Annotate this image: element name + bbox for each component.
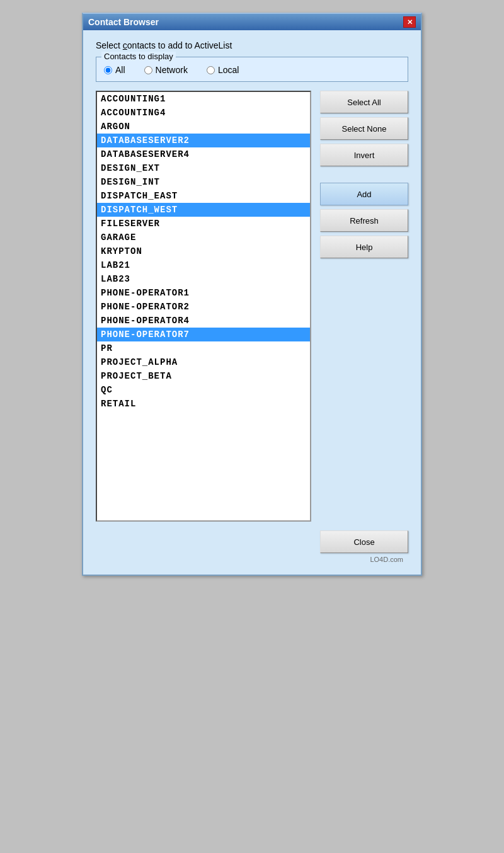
list-item[interactable]: PHONE-OPERATOR1: [97, 286, 310, 300]
window-title: Contact Browser: [88, 17, 159, 27]
radio-all-label: All: [115, 65, 125, 75]
contact-browser-window: Contact Browser ✕ Select contacts to add…: [82, 13, 422, 576]
list-item[interactable]: PROJECT_BETA: [97, 369, 310, 383]
main-area: ACCOUNTING1ACCOUNTING4ARGONDATABASESERVE…: [96, 91, 408, 522]
list-item[interactable]: LAB23: [97, 272, 310, 286]
group-label: Contacts to display: [101, 52, 176, 61]
list-item[interactable]: DESIGN_INT: [97, 175, 310, 189]
radio-local[interactable]: Local: [207, 65, 239, 75]
radio-network[interactable]: Network: [144, 65, 188, 75]
list-item[interactable]: PROJECT_ALPHA: [97, 355, 310, 369]
window-close-button[interactable]: ✕: [403, 16, 416, 28]
select-none-button[interactable]: Select None: [320, 117, 408, 140]
instruction-text: Select contacts to add to ActiveList: [96, 40, 408, 50]
list-item[interactable]: PHONE-OPERATOR7: [97, 328, 310, 341]
list-item[interactable]: DISPATCH_WEST: [97, 203, 310, 217]
contacts-list-container: ACCOUNTING1ACCOUNTING4ARGONDATABASESERVE…: [96, 91, 311, 522]
radio-group: All Network Local: [104, 65, 400, 75]
close-button[interactable]: Close: [320, 530, 408, 553]
list-item[interactable]: QC: [97, 383, 310, 397]
list-item[interactable]: RETAIL: [97, 397, 310, 411]
list-item[interactable]: PR: [97, 341, 310, 355]
list-item[interactable]: ACCOUNTING4: [97, 106, 310, 120]
list-item[interactable]: LAB21: [97, 258, 310, 272]
list-item[interactable]: ARGON: [97, 120, 310, 134]
radio-local-input[interactable]: [207, 66, 215, 74]
radio-all-input[interactable]: [104, 66, 112, 74]
title-bar: Contact Browser ✕: [83, 14, 421, 30]
list-item[interactable]: GARAGE: [97, 231, 310, 244]
list-item[interactable]: DATABASESERVER4: [97, 147, 310, 161]
list-item[interactable]: PHONE-OPERATOR2: [97, 300, 310, 314]
watermark: LO4D.com: [96, 553, 408, 564]
select-all-button[interactable]: Select All: [320, 91, 408, 113]
help-button[interactable]: Help: [320, 236, 408, 258]
radio-network-label: Network: [156, 65, 188, 75]
radio-all[interactable]: All: [104, 65, 125, 75]
list-item[interactable]: DATABASESERVER2: [97, 134, 310, 147]
list-item[interactable]: DISPATCH_EAST: [97, 189, 310, 203]
list-item[interactable]: KRYPTON: [97, 244, 310, 258]
refresh-button[interactable]: Refresh: [320, 209, 408, 232]
list-item[interactable]: FILESERVER: [97, 217, 310, 231]
bottom-area: Close: [96, 530, 408, 553]
radio-local-label: Local: [218, 65, 239, 75]
contacts-display-group: Contacts to display All Network Local: [96, 57, 408, 82]
add-button[interactable]: Add: [320, 183, 408, 205]
window-body: Select contacts to add to ActiveList Con…: [83, 30, 421, 575]
list-item[interactable]: PHONE-OPERATOR4: [97, 314, 310, 328]
radio-network-input[interactable]: [144, 66, 152, 74]
list-item[interactable]: ACCOUNTING1: [97, 92, 310, 106]
contacts-list-scroll[interactable]: ACCOUNTING1ACCOUNTING4ARGONDATABASESERVE…: [97, 92, 310, 520]
buttons-column: Select All Select None Invert Add Refres…: [320, 91, 408, 522]
list-item[interactable]: DESIGN_EXT: [97, 161, 310, 175]
invert-button[interactable]: Invert: [320, 144, 408, 166]
